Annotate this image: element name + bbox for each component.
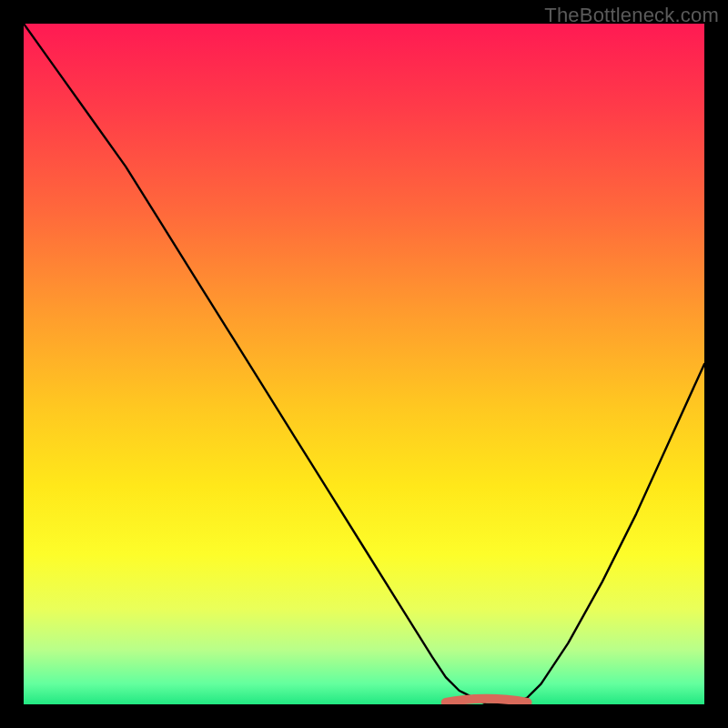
watermark-text: TheBottleneck.com — [544, 4, 719, 27]
valley-marker — [446, 699, 528, 703]
bottleneck-curve — [24, 24, 704, 704]
chart-frame: TheBottleneck.com — [0, 0, 728, 728]
plot-area — [24, 24, 704, 704]
curve-layer — [24, 24, 704, 704]
